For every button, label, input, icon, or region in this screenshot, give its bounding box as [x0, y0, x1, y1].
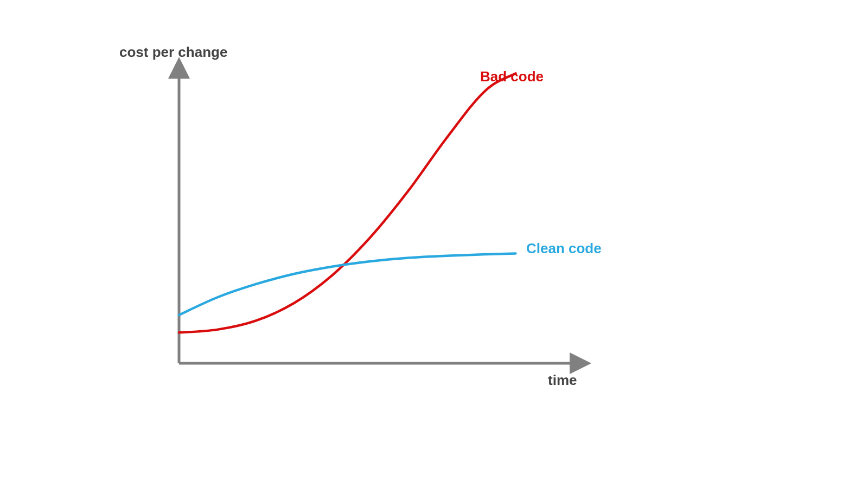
series-label-bad-code: Bad code	[480, 68, 544, 85]
chart-container: cost per change time Bad code Clean code	[0, 0, 868, 488]
x-axis-title: time	[548, 372, 577, 388]
series-label-clean-code: Clean code	[526, 240, 602, 256]
chart-svg: cost per change time Bad code Clean code	[0, 0, 868, 488]
y-axis-title: cost per change	[119, 44, 227, 60]
